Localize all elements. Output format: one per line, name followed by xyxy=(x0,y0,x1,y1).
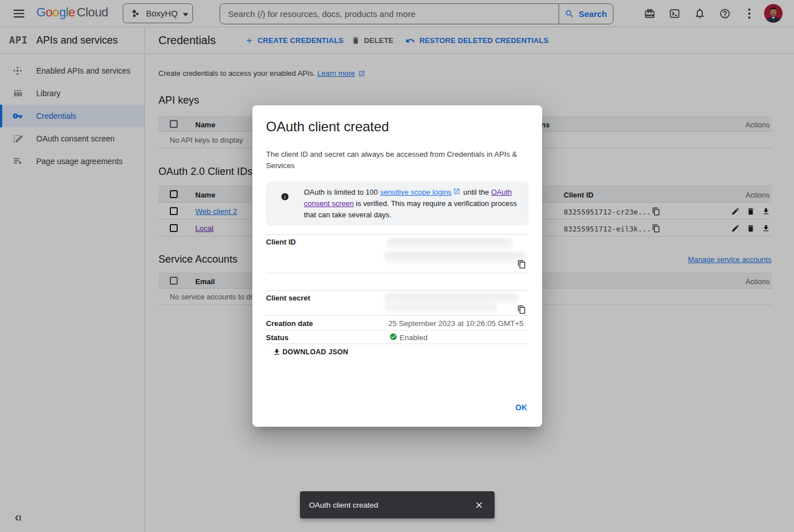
ok-button[interactable]: OK xyxy=(515,403,527,412)
status-value: Enabled xyxy=(400,333,428,342)
dialog-title: OAuth client created xyxy=(266,119,389,135)
oauth-consent-screen-link[interactable]: OAuth xyxy=(491,188,512,196)
client-secret-label: Client secret xyxy=(266,294,310,302)
status-label: Status xyxy=(266,333,289,342)
copy-client-secret-icon[interactable] xyxy=(517,305,526,314)
oauth-client-created-dialog: OAuth client created The client ID and s… xyxy=(252,105,542,427)
status-enabled-check-icon xyxy=(389,333,397,341)
snackbar: OAuth client created xyxy=(300,491,495,518)
divider xyxy=(266,273,529,273)
oauth-consent-screen-link[interactable]: consent screen xyxy=(304,199,354,208)
divider xyxy=(266,344,529,344)
divider xyxy=(266,290,529,291)
client-secret-redacted-value xyxy=(384,304,497,312)
snackbar-message: OAuth client created xyxy=(309,501,378,509)
sensitive-scope-logins-link[interactable]: sensitive scope logins xyxy=(380,188,451,196)
creation-date-value: 25 September 2023 at 10:26:05 GMT+5 xyxy=(388,319,523,328)
oauth-limit-note: OAuth is limited to 100 sensitive scope … xyxy=(266,182,529,225)
dialog-body-text: The client ID and secret can always be a… xyxy=(266,149,517,171)
download-icon xyxy=(273,348,281,356)
note-text: OAuth is limited to 100 sensitive scope … xyxy=(304,187,517,221)
download-json-button[interactable]: DOWNLOAD JSON xyxy=(273,348,348,356)
client-id-label: Client ID xyxy=(266,238,296,246)
info-icon xyxy=(281,192,289,201)
close-icon[interactable] xyxy=(474,500,484,510)
creation-date-label: Creation date xyxy=(266,319,313,328)
divider xyxy=(266,234,529,235)
client-id-redacted-value xyxy=(387,238,513,249)
google-cloud-console: GoogleCloud BoxyHQ Search xyxy=(0,0,794,532)
copy-client-id-icon[interactable] xyxy=(517,260,526,269)
client-id-redacted-value xyxy=(384,252,526,264)
divider xyxy=(266,330,529,331)
client-secret-redacted-value xyxy=(384,294,518,304)
external-link-icon xyxy=(453,187,460,194)
divider xyxy=(266,315,529,316)
